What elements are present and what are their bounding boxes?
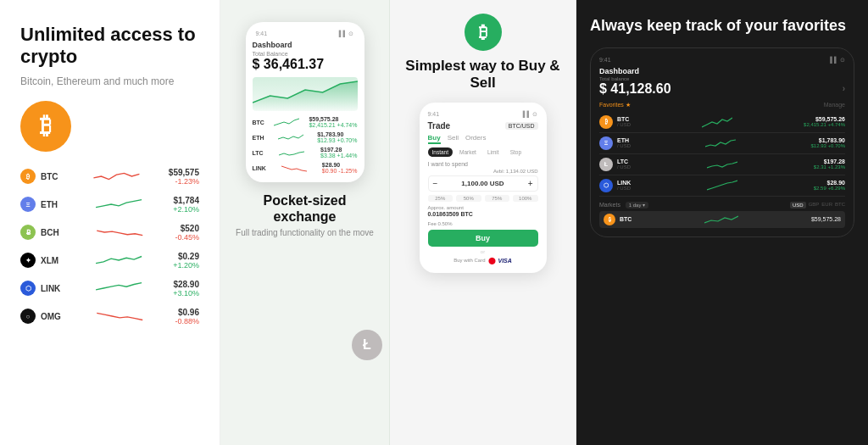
link-dark-icon: ⬡ (599, 179, 613, 192)
list-item: ₿ BTC $59,575-1.23% (20, 165, 199, 188)
phone-mockup-dashboard: 9:41 ▌▌ ⊙ Dashboard Total Balance $ 36,4… (246, 22, 364, 182)
link-dark-chart (707, 179, 737, 192)
panel-buy-sell: ₿ Simplest way to Buy & Sell 9:41 ▌▌ ⊙ T… (390, 0, 576, 445)
panel-unlimited-access: Unlimited access to crypto Bitcoin, Ethe… (0, 0, 220, 445)
xlm-icon: ✦ (20, 253, 36, 268)
list-item: Ξ ETH $1,784+2.10% (20, 193, 199, 216)
buy-with-card-row[interactable]: Buy with Card ⬤ VISA (428, 257, 538, 264)
omg-chart (70, 309, 170, 324)
panel1-title: Unlimited access to crypto (20, 24, 199, 69)
stop-pill[interactable]: Stop (506, 147, 526, 157)
eth-mini-chart (278, 132, 303, 142)
markets-section: Markets 1 day ▾ USD GBP EUR BTC ₿ BTC $5… (599, 202, 845, 228)
panel-pocket-exchange: 9:41 ▌▌ ⊙ Dashboard Total Balance $ 36,4… (220, 0, 390, 445)
btc-market-row: ₿ BTC $59,575.28 (599, 211, 845, 228)
tab-eur[interactable]: EUR (821, 202, 832, 209)
decrement-button[interactable]: − (433, 179, 438, 188)
btc-mini-chart (274, 117, 299, 127)
btc-dark-chart (702, 115, 732, 129)
panel-favorites: Always keep track of your favorites 9:41… (576, 0, 868, 445)
omg-icon: ○ (20, 309, 36, 324)
currency-tabs: USD GBP EUR BTC (790, 202, 845, 209)
list-item: LINK $28.90$0.90 -1.25% (253, 162, 358, 174)
pocket-text-section: Pocket-sized exchange Full trading funct… (231, 192, 379, 237)
bitcoin-large-icon: ₿ (20, 101, 71, 152)
pct-100[interactable]: 100% (513, 195, 538, 202)
panel1-subtitle: Bitcoin, Ethereum and much more (20, 75, 199, 87)
buy-button[interactable]: Buy (428, 230, 538, 247)
pct-25[interactable]: 25% (428, 195, 453, 202)
btc-market-icon: ₿ (604, 214, 615, 225)
mastercard-icon: ⬤ (488, 257, 496, 264)
btc-icon: ₿ (20, 169, 36, 184)
bch-chart (70, 225, 170, 240)
tab-gbp[interactable]: GBP (809, 202, 820, 209)
btc-dark-icon: ₿ (599, 115, 613, 129)
ltc-dark-icon: Ł (599, 158, 613, 171)
link-icon: ⬡ (20, 281, 36, 296)
eth-dark-icon: Ξ (599, 136, 613, 150)
link-chart (70, 281, 168, 296)
dark-phone-mockup: 9:41 ▌▌ ⊙ Dashboard Total balance $ 41,1… (590, 47, 854, 237)
pct-50[interactable]: 50% (456, 195, 481, 202)
list-item: ₿ BTC/ USD $59,575.26 $2,415.21 +4.74% (599, 112, 845, 133)
ltc-mini-chart (279, 147, 304, 158)
list-item: Ł LTC/ USD $197.28 $2.31 +1.23% (599, 154, 845, 175)
list-item: ✦ XLM $0.29+1.20% (20, 249, 199, 272)
list-item: ETH $1,783.90$12.93 +0.70% (253, 131, 358, 143)
list-item: LTC $197.28$3.38 +1.44% (253, 147, 358, 159)
eth-icon: Ξ (20, 197, 36, 212)
increment-button[interactable]: + (528, 179, 533, 188)
list-item: ○ OMG $0.96-0.88% (20, 305, 199, 328)
bitcoin-green-icon: ₿ (465, 14, 502, 51)
list-item: BTC $59,575.28$2,415.21 +4.74% (253, 116, 358, 128)
panel3-title: Simplest way to Buy & Sell (400, 58, 565, 92)
btc-market-chart (704, 214, 738, 225)
percentage-row: 25% 50% 75% 100% (428, 195, 538, 202)
tab-usd[interactable]: USD (790, 202, 806, 209)
bch-icon: Ƀ (20, 225, 36, 240)
limit-pill[interactable]: Limit (483, 147, 504, 157)
trade-phone-mockup: 9:41 ▌▌ ⊙ Trade BTC/USD Buy Sell Orders … (420, 103, 547, 273)
list-item: Ƀ BCH $520-0.45% (20, 221, 199, 244)
balance-arrow[interactable]: › (843, 84, 845, 93)
link-mini-chart (281, 163, 307, 173)
amount-input-row: − 1,100.00 USD + (428, 175, 538, 192)
eth-dark-chart (705, 136, 736, 150)
market-pill[interactable]: Market (455, 147, 481, 157)
eth-chart (70, 197, 168, 212)
visa-icon: VISA (498, 258, 512, 264)
litecoin-float-icon: Ł (352, 330, 382, 360)
period-selector[interactable]: 1 day ▾ (626, 202, 648, 209)
ltc-dark-chart (707, 158, 737, 171)
xlm-chart (70, 253, 168, 268)
coin-list-panel1: ₿ BTC $59,575-1.23% Ξ ETH $1,784+2.10% Ƀ… (20, 165, 199, 328)
panel4-title: Always keep track of your favorites (590, 17, 854, 36)
asset-list-panel2: BTC $59,575.28$2,415.21 +4.74% ETH $1,78… (253, 116, 358, 174)
tab-btc[interactable]: BTC (835, 202, 845, 209)
pct-75[interactable]: 75% (485, 195, 510, 202)
list-item: ⬡ LINK $28.90+3.10% (20, 277, 199, 300)
list-item: ⬡ LINK/ USD $28.90 $2.59 +6.29% (599, 175, 845, 197)
dashboard-chart (253, 77, 358, 111)
list-item: Ξ ETH/ USD $1,783.90 $12.93 +0.70% (599, 133, 845, 154)
instant-pill[interactable]: Instant (428, 147, 453, 157)
btc-chart (70, 169, 164, 184)
